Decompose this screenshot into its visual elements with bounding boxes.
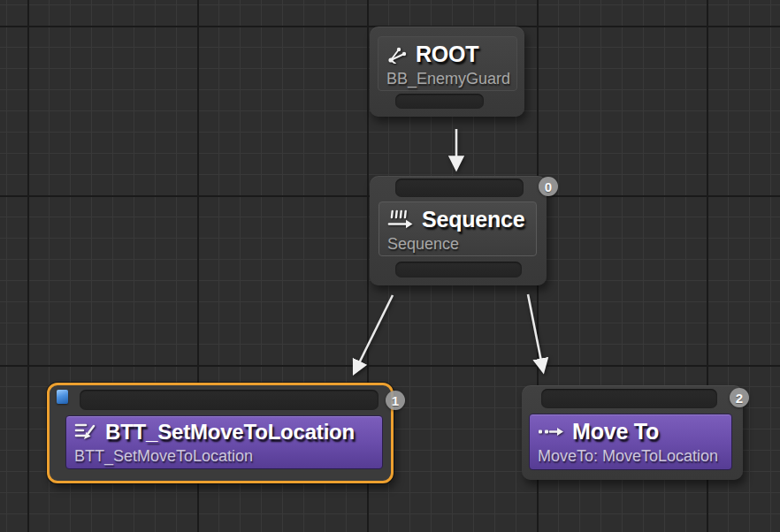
sequence-order-badge: 0 [539, 177, 558, 196]
node-sequence[interactable]: 0 Sequence Sequ [370, 176, 547, 285]
btt-node-body: BTT_SetMoveToLocation BTT_SetMoveToLocat… [65, 415, 383, 469]
behavior-tree-graph-canvas[interactable]: ROOT BB_EnemyGuard 0 [0, 0, 780, 532]
btt-order-badge: 1 [386, 391, 405, 410]
btt-node-subtitle: BTT_SetMoveToLocation [74, 445, 374, 467]
btt-input-pin[interactable] [80, 390, 379, 410]
moveto-node-body: Move To MoveTo: MoveToLocation [529, 414, 732, 470]
wire-sequence-to-moveto[interactable] [528, 294, 543, 370]
move-to-arrow-icon [538, 425, 564, 438]
moveto-order-badge: 2 [730, 388, 749, 407]
wire-sequence-to-btt[interactable] [355, 295, 393, 372]
node-task-btt-setmovetolocation[interactable]: 1 BTT_SetMoveToLocation BTT_ [47, 383, 394, 483]
root-node-body: ROOT BB_EnemyGuard [378, 36, 517, 91]
root-node-subtitle: BB_EnemyGuard [386, 68, 509, 89]
sequence-node-title: Sequence [422, 207, 525, 232]
root-node-title: ROOT [416, 42, 478, 67]
btt-node-title: BTT_SetMoveToLocation [105, 420, 355, 445]
sequence-output-pin[interactable] [395, 262, 522, 277]
moveto-node-title: Move To [572, 419, 659, 445]
blueprint-asset-icon [57, 390, 68, 404]
sequence-arrow-icon [387, 209, 414, 230]
graph-branch-icon [386, 44, 408, 64]
moveto-input-pin[interactable] [541, 389, 717, 408]
task-list-arrow-icon [74, 422, 97, 443]
sequence-node-body: Sequence Sequence [379, 201, 537, 256]
root-output-pin[interactable] [395, 94, 484, 109]
node-root[interactable]: ROOT BB_EnemyGuard [370, 27, 524, 117]
moveto-node-subtitle: MoveTo: MoveToLocation [538, 445, 723, 467]
sequence-node-subtitle: Sequence [387, 233, 528, 255]
node-task-moveto[interactable]: 2 Move To MoveTo: MoveToLocation [522, 385, 743, 480]
sequence-input-pin[interactable] [395, 179, 524, 197]
